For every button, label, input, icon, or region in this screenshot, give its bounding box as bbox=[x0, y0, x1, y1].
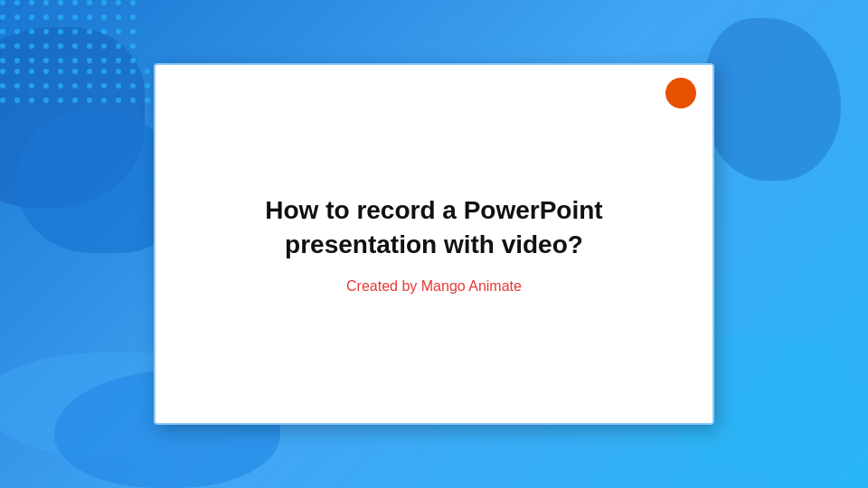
slide-title: How to record a PowerPoint presentation … bbox=[192, 193, 676, 262]
background: How to record a PowerPoint presentation … bbox=[0, 0, 868, 488]
slide: How to record a PowerPoint presentation … bbox=[154, 63, 714, 425]
slide-wrapper: How to record a PowerPoint presentation … bbox=[154, 63, 714, 425]
orange-circle-accent bbox=[665, 78, 696, 108]
slide-subtitle: Created by Mango Animate bbox=[346, 278, 522, 295]
